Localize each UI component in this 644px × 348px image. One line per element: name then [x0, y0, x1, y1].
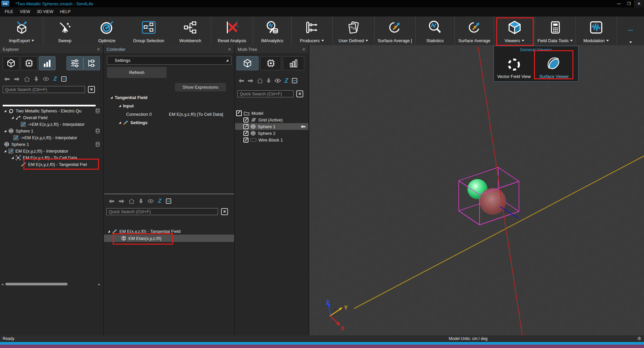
tree-item[interactable]: EM E(x,y,z,f0) - Tangential Field — [104, 228, 234, 235]
close-icon[interactable]: ✕ — [228, 47, 231, 52]
tree-item[interactable]: Two Metallic Spheres - Electro Qu — [0, 107, 103, 114]
toolbar-workbench[interactable]: Workbench — [170, 16, 211, 46]
down-arrow-icon[interactable] — [34, 77, 38, 82]
z-order-icon[interactable]: Z — [158, 198, 162, 204]
menu-file[interactable]: FILE — [2, 8, 16, 15]
forward-icon[interactable] — [248, 79, 253, 83]
explorer-hscrollbar[interactable]: ◄ ► — [1, 282, 101, 286]
clear-search-icon[interactable]: ✕ — [88, 86, 95, 93]
back-icon[interactable] — [109, 199, 114, 203]
home-icon[interactable] — [129, 199, 134, 204]
down-arrow-icon[interactable] — [139, 199, 143, 204]
toolbar-modulation[interactable]: Modulation — [576, 16, 617, 46]
back-icon[interactable] — [238, 79, 244, 83]
search-input[interactable] — [237, 90, 294, 97]
checkbox[interactable] — [243, 138, 248, 143]
refresh-button[interactable]: Refresh — [107, 67, 167, 78]
vector-field-view-item[interactable]: Vector Field View — [494, 53, 534, 80]
checkbox[interactable] — [243, 117, 248, 122]
tree-item[interactable]: ->EM E(x,y,z,f0) - Interpolator — [0, 121, 103, 127]
tree-item[interactable]: Sphere 1 — [0, 127, 103, 134]
expander-icon[interactable] — [11, 116, 14, 119]
toolbar-sweep[interactable]: Sweep — [43, 16, 86, 46]
explorer-tab-filters[interactable] — [67, 56, 83, 70]
menu-3d-view[interactable]: 3D VIEW — [34, 8, 56, 15]
viewport-3d[interactable]: Z Y X — [309, 45, 644, 335]
menu-view[interactable]: VIEW — [17, 8, 33, 15]
toolbar-user-defined[interactable]: User Defined — [333, 16, 374, 46]
property-connection-value[interactable]: EM E(x,y,z,f0) [To Cell Data] — [169, 111, 223, 117]
toolbar-viewers[interactable]: Viewers — [494, 16, 535, 46]
explorer-tab-tree-structure[interactable] — [83, 56, 100, 70]
explorer-tab-model[interactable] — [3, 56, 19, 70]
tree-item[interactable]: Wire Block 1 — [235, 137, 308, 143]
red-sphere[interactable] — [479, 188, 506, 215]
explorer-hscrollbar-top[interactable] — [3, 105, 96, 106]
tree-item-selected[interactable]: EM Etan(x,y,z,f0) — [104, 235, 234, 242]
eye-icon[interactable] — [43, 77, 49, 81]
property-connection[interactable]: Connection 0 — [126, 111, 152, 117]
z-order-icon[interactable]: Z — [285, 77, 288, 84]
show-expressions-button[interactable]: Show Expressions — [175, 83, 226, 91]
search-input[interactable] — [3, 86, 85, 93]
checkbox[interactable] — [243, 131, 248, 136]
tree-item[interactable]: ->EM E(x,y,z,f0) - Interpolator — [0, 134, 103, 141]
forward-icon[interactable] — [14, 77, 20, 81]
toolbar-group-selection[interactable]: Group Selection — [128, 16, 170, 46]
multitree-tab-analysis[interactable] — [283, 56, 304, 70]
tree-item[interactable]: Grid (Active) — [235, 116, 308, 123]
toolbar-surface-average[interactable]: Surface Average — [455, 16, 494, 46]
z-order-icon[interactable]: Z — [53, 76, 57, 82]
toolbar-imanalytics[interactable]: IMAnalytics — [253, 16, 292, 46]
tree-item-selected[interactable]: Sphere 1 — [235, 123, 308, 130]
explorer-tab-simulation[interactable] — [21, 56, 37, 70]
search-input[interactable] — [106, 208, 218, 215]
toolbar-surface-average-bracket[interactable]: Surface Average [ — [374, 16, 416, 46]
maximize-button[interactable]: ❒ — [624, 0, 634, 7]
surface-viewer-item[interactable]: Surface Viewer — [534, 53, 574, 80]
menu-help[interactable]: HELP — [57, 8, 73, 15]
eye-icon[interactable] — [147, 199, 154, 203]
toolbar-field-data-tools[interactable]: Field Data Tools — [535, 16, 576, 46]
expander-icon[interactable] — [11, 157, 14, 159]
checkbox[interactable] — [243, 124, 248, 129]
down-arrow-icon[interactable] — [266, 78, 271, 83]
eye-icon[interactable] — [275, 79, 281, 83]
settings-dropdown[interactable]: Settings — [107, 56, 231, 65]
tree-item[interactable]: Overall Field — [0, 114, 103, 121]
collapse-all-icon[interactable] — [61, 76, 67, 82]
toolbar-producers[interactable]: Producers — [292, 16, 333, 46]
clear-search-icon[interactable]: ✕ — [221, 208, 228, 215]
tree-item[interactable]: EM E(x,y,z,f0) - Interpolator — [0, 148, 103, 154]
expander-icon[interactable] — [119, 121, 121, 124]
expander-icon[interactable] — [119, 105, 121, 107]
multitree-tab-model[interactable] — [236, 56, 258, 70]
home-icon[interactable] — [257, 78, 263, 83]
scroll-left-icon[interactable]: ◄ — [1, 282, 4, 286]
expander-icon[interactable] — [110, 96, 113, 99]
tree-item[interactable]: EM E(x,y,z,f0) - To Cell Data — [0, 154, 103, 161]
property-settings[interactable]: Settings — [119, 119, 147, 126]
close-icon[interactable]: ✕ — [97, 47, 100, 52]
scroll-right-icon[interactable]: ► — [98, 282, 101, 286]
property-input[interactable]: Input — [119, 102, 134, 109]
explorer-tab-analysis[interactable] — [39, 56, 56, 70]
tree-item[interactable]: EM E(x,y,z,f0) - Tangential Fiel — [0, 161, 103, 168]
close-icon[interactable]: ✕ — [302, 47, 306, 52]
multitree-tab-simulation[interactable] — [260, 56, 281, 70]
expander-icon[interactable] — [4, 130, 6, 132]
home-icon[interactable] — [24, 77, 30, 82]
expander-icon[interactable] — [4, 110, 6, 112]
property-root[interactable]: Tangential Field — [110, 94, 147, 101]
forward-icon[interactable] — [119, 199, 124, 203]
collapse-all-icon[interactable] — [292, 78, 297, 83]
minimize-button[interactable]: — — [614, 0, 624, 7]
back-icon[interactable] — [4, 77, 10, 81]
toolbar-imp-export[interactable]: Imp/Export — [0, 16, 43, 46]
splitter[interactable] — [104, 193, 234, 194]
expander-icon[interactable] — [4, 150, 6, 152]
tree-item[interactable]: Sphere 1 — [0, 141, 103, 148]
scrollbar-thumb[interactable] — [5, 283, 68, 285]
clear-search-icon[interactable]: ✕ — [296, 90, 303, 97]
close-button[interactable]: ✕ — [634, 0, 644, 7]
